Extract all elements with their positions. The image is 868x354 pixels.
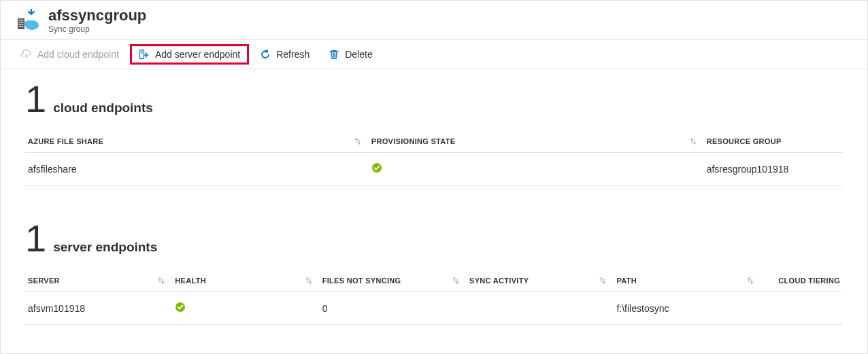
col-azure-file-share[interactable]: AZURE FILE SHARE [25, 132, 369, 153]
cloud-endpoints-section: 1 cloud endpoints AZURE FILE SHARE PROVI… [25, 80, 843, 185]
cell-health [172, 292, 319, 325]
add-server-label: Add server endpoint [155, 49, 240, 60]
cell-files-not-syncing: 0 [320, 292, 467, 325]
server-endpoints-count: 1 [25, 219, 46, 258]
refresh-label: Refresh [276, 49, 310, 60]
refresh-button[interactable]: Refresh [252, 45, 318, 64]
cell-server: afsvm101918 [25, 292, 172, 325]
col-health[interactable]: HEALTH [172, 271, 319, 292]
cloud-plus-icon [21, 49, 32, 60]
command-bar: Add cloud endpoint Add server endpoint R… [1, 39, 867, 69]
delete-button[interactable]: Delete [320, 45, 380, 64]
col-path[interactable]: PATH [614, 271, 761, 292]
check-circle-icon [175, 302, 186, 313]
col-provisioning-state[interactable]: PROVISIONING STATE [369, 132, 704, 153]
delete-label: Delete [345, 49, 372, 60]
col-cloud-tiering[interactable]: CLOUD TIERING [761, 271, 843, 292]
svg-rect-1 [19, 20, 24, 21]
page-header: afssyncgroup Sync group [1, 1, 867, 39]
add-cloud-label: Add cloud endpoint [37, 49, 119, 60]
col-server[interactable]: SERVER [25, 271, 172, 292]
cloud-endpoints-count: 1 [25, 80, 46, 118]
col-sync-activity[interactable]: SYNC ACTIVITY [467, 271, 614, 292]
sort-icon [599, 277, 607, 285]
sort-icon [689, 137, 697, 145]
cell-cloud-tiering [761, 292, 843, 325]
svg-rect-2 [19, 22, 24, 23]
server-endpoints-title: 1 server endpoints [25, 219, 843, 258]
page-title: afssyncgroup [48, 7, 146, 24]
table-row[interactable]: afsvm101918 0 f:\filestosync [25, 292, 843, 325]
cell-resource-group: afsresgroup101918 [704, 153, 843, 185]
svg-rect-7 [139, 50, 144, 59]
svg-rect-4 [19, 26, 24, 27]
main-content: 1 cloud endpoints AZURE FILE SHARE PROVI… [1, 69, 867, 332]
sort-icon [746, 277, 754, 285]
server-endpoints-label: server endpoints [53, 240, 157, 255]
add-cloud-endpoint-button: Add cloud endpoint [13, 45, 127, 64]
col-files-not-syncing[interactable]: FILES NOT SYNCING [320, 271, 467, 292]
trash-icon [329, 49, 339, 60]
cloud-endpoints-label: cloud endpoints [53, 101, 153, 116]
add-server-endpoint-button[interactable]: Add server endpoint [130, 44, 249, 65]
cell-file-share: afsfileshare [25, 153, 369, 185]
col-resource-group[interactable]: RESOURCE GROUP [704, 132, 843, 153]
table-row[interactable]: afsfileshare afsresgroup101918 [25, 153, 843, 185]
sync-service-icon [17, 9, 40, 32]
sort-icon [305, 277, 313, 285]
server-endpoints-table: SERVER HEALTH FILES NOT SYNCING SYNC ACT… [25, 271, 843, 325]
server-endpoints-section: 1 server endpoints SERVER HEALTH FILES N… [25, 219, 843, 325]
sort-icon [452, 277, 460, 285]
cell-path: f:\filestosync [614, 292, 761, 325]
cloud-endpoints-table: AZURE FILE SHARE PROVISIONING STATE RESO… [25, 132, 843, 185]
svg-rect-3 [19, 24, 24, 25]
cell-sync-activity [467, 292, 614, 325]
sort-icon [157, 277, 165, 285]
header-text: afssyncgroup Sync group [48, 7, 146, 34]
sort-icon [354, 137, 362, 145]
check-circle-icon [371, 162, 382, 173]
server-plus-icon [139, 49, 150, 60]
page-subtitle: Sync group [48, 24, 146, 34]
refresh-icon [260, 49, 271, 60]
cell-provisioning-state [369, 153, 704, 185]
svg-point-6 [24, 20, 33, 27]
cloud-endpoints-title: 1 cloud endpoints [25, 80, 843, 118]
